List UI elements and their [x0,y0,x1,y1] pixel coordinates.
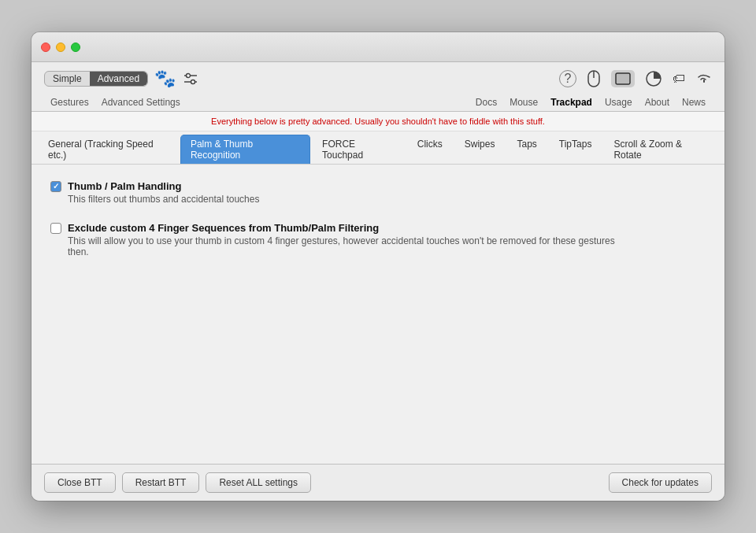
tab-taps[interactable]: Taps [506,135,547,164]
reset-all-button[interactable]: Reset ALL settings [206,472,311,493]
titlebar [32,32,724,62]
nav-trackpad[interactable]: Trackpad [544,94,598,111]
nav-mouse[interactable]: Mouse [503,94,544,111]
trackpad-icon[interactable] [611,70,635,87]
check-updates-button[interactable]: Check for updates [609,472,712,493]
thumb-palm-desc: This filters out thumbs and accidental t… [68,194,259,205]
exclude-4finger-desc: This will allow you to use your thumb in… [68,235,619,257]
toolbar: Simple Advanced 🐾 ? [32,62,724,112]
mouse-icon[interactable] [587,70,600,87]
tab-palm-thumb[interactable]: Palm & Thumb Recognition [180,135,310,164]
exclude-4finger-title: Exclude custom 4 Finger Sequences from T… [68,222,619,234]
minimize-button[interactable] [56,43,65,52]
main-window: Simple Advanced 🐾 ? [32,32,724,501]
warning-bar: Everything below is pretty advanced. Usu… [32,112,724,131]
sliders-icon[interactable] [182,70,199,87]
top-nav: Docs Mouse Trackpad Usage About News [469,94,712,111]
nav-about[interactable]: About [639,94,676,111]
thumb-palm-text: Thumb / Palm Handling This filters out t… [68,180,259,205]
close-btt-button[interactable]: Close BTT [44,472,116,493]
tag-icon[interactable]: 🏷 [673,72,685,86]
maximize-button[interactable] [71,43,80,52]
nav-news[interactable]: News [676,94,712,111]
exclude-4finger-checkbox[interactable] [50,223,61,234]
usage-icon[interactable] [646,71,662,87]
svg-point-3 [191,80,195,84]
exclude-4finger-checkbox-row: Exclude custom 4 Finger Sequences from T… [50,222,706,257]
footer: Close BTT Restart BTT Reset ALL settings… [32,464,724,501]
toolbar-right-icons: ? [559,70,712,87]
tabs-row: General (Tracking Speed etc.) Palm & Thu… [32,131,724,165]
toolbar-left: Simple Advanced 🐾 [44,68,199,89]
restart-btt-button[interactable]: Restart BTT [122,472,200,493]
help-icon[interactable]: ? [559,70,576,87]
news-icon[interactable] [696,71,712,87]
tab-force-touchpad[interactable]: FORCE Touchpad [312,135,406,164]
checkmark-icon: ✓ [53,183,59,191]
tab-swipes[interactable]: Swipes [454,135,506,164]
exclude-4finger-option: Exclude custom 4 Finger Sequences from T… [50,222,706,257]
svg-rect-6 [616,73,630,84]
close-button[interactable] [41,43,50,52]
sub-nav: Gestures Advanced Settings [44,94,187,111]
thumb-palm-title: Thumb / Palm Handling [68,180,259,192]
subnav-advanced-settings[interactable]: Advanced Settings [95,94,187,111]
toolbar-top: Simple Advanced 🐾 ? [44,68,712,89]
simple-button[interactable]: Simple [45,72,90,86]
nav-docs[interactable]: Docs [469,94,503,111]
thumb-palm-checkbox[interactable]: ✓ [50,181,61,192]
mode-segcontrol: Simple Advanced [44,71,148,87]
warning-text: Everything below is pretty advanced. Usu… [211,117,545,126]
tab-clicks[interactable]: Clicks [407,135,453,164]
content-area: ✓ Thumb / Palm Handling This filters out… [32,165,724,464]
traffic-lights [41,43,80,52]
toolbar-bottom: Gestures Advanced Settings Docs Mouse Tr… [44,94,712,111]
paw-icon[interactable]: 🐾 [154,68,176,89]
subnav-gestures[interactable]: Gestures [44,94,95,111]
thumb-palm-checkbox-row: ✓ Thumb / Palm Handling This filters out… [50,180,706,205]
svg-point-1 [187,74,191,78]
thumb-palm-option: ✓ Thumb / Palm Handling This filters out… [50,180,706,205]
tab-general[interactable]: General (Tracking Speed etc.) [38,135,179,164]
nav-usage[interactable]: Usage [598,94,639,111]
advanced-button[interactable]: Advanced [90,72,147,86]
exclude-4finger-text: Exclude custom 4 Finger Sequences from T… [68,222,619,257]
tab-tiptaps[interactable]: TipTaps [549,135,602,164]
tab-scroll-zoom-rotate[interactable]: Scroll & Zoom & Rotate [603,135,718,164]
footer-left: Close BTT Restart BTT Reset ALL settings [44,472,311,493]
